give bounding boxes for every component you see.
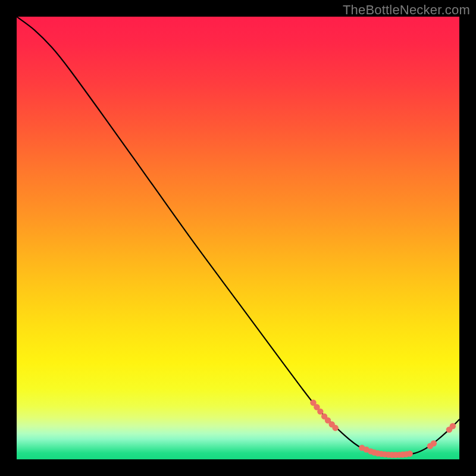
data-marker <box>431 440 437 446</box>
data-marker <box>406 450 412 456</box>
chart-plot <box>17 17 459 459</box>
data-marker <box>332 425 338 431</box>
chart-svg <box>17 17 459 459</box>
chart-frame: TheBottleNecker.com <box>0 0 476 476</box>
gradient-background <box>17 17 459 459</box>
watermark-label: TheBottleNecker.com <box>343 2 470 18</box>
data-marker <box>450 423 456 429</box>
data-marker <box>317 408 323 414</box>
